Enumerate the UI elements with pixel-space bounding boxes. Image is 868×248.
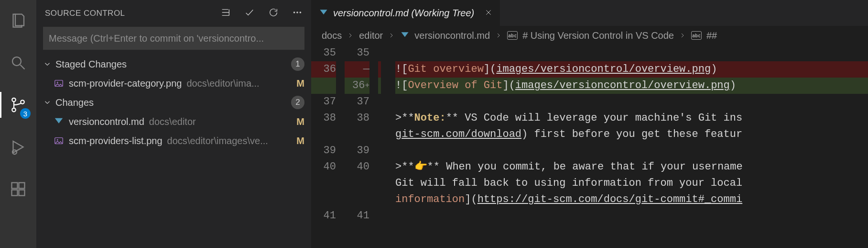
symbol-string-icon: abc [691,31,702,40]
svg-rect-5 [12,183,18,189]
more-actions-button[interactable] [292,7,303,20]
changes-header[interactable]: Changes 2 [36,93,311,112]
markdown-file-icon [319,8,328,18]
activity-extensions[interactable] [0,176,36,202]
image-file-icon [54,135,64,146]
gutter-original: 35 36 37 38 39 40 41 [311,45,345,248]
activity-bar: 3 [0,0,36,248]
commit-message-input[interactable]: Message (Ctrl+Enter to commit on 'versio… [43,27,304,50]
activity-run-debug[interactable] [0,134,36,160]
breadcrumb-segment[interactable]: editor [359,30,383,41]
file-name: scm-provider-category.png [69,78,182,89]
symbol-string-icon: abc [507,31,518,40]
svg-point-13 [57,82,58,83]
file-status: M [293,135,304,147]
close-icon [485,9,492,16]
activity-search[interactable] [0,50,36,76]
search-icon [10,54,27,71]
scm-badge: 3 [20,108,31,119]
chevron-right-icon [388,32,395,39]
staged-changes-header[interactable]: Staged Changes 1 [36,55,311,74]
staged-file-row[interactable]: scm-provider-category.png docs\editor\im… [36,74,311,93]
svg-point-0 [12,57,21,66]
breadcrumb-segment[interactable]: versioncontrol.md [414,30,490,41]
image-file-icon [54,78,64,89]
refresh-button[interactable] [268,7,279,20]
file-path: docs\editor [149,116,196,127]
svg-point-3 [21,100,24,104]
list-tree-icon [220,7,231,18]
file-path: docs\editor\images\ve... [167,135,268,147]
tab-label: versioncontrol.md (Working Tree) [333,8,474,19]
changes-file-row[interactable]: versioncontrol.md docs\editor M [36,112,311,131]
code-content[interactable]: ![Git overview](images/versioncontrol/ov… [383,45,868,248]
activity-explorer[interactable] [0,8,36,34]
file-path: docs\editor\ima... [186,78,259,89]
file-status: M [293,116,304,127]
gutter-modified: 35 — 36+ 37 38 39 40 41 [345,45,378,248]
svg-rect-8 [19,183,25,189]
editor-tab[interactable]: versioncontrol.md (Working Tree) [311,0,500,26]
panel-header: SOURCE CONTROL [36,0,311,27]
activity-source-control[interactable]: 3 [0,92,36,118]
chevron-right-icon [495,32,502,39]
svg-point-11 [300,11,302,13]
file-name: versioncontrol.md [69,116,144,127]
ellipsis-icon [292,7,303,18]
diff-editor[interactable]: 35 36 37 38 39 40 41 35 — 36+ 37 38 39 [311,45,868,248]
svg-point-2 [12,108,16,112]
commit-button[interactable] [244,7,255,20]
staged-changes-label: Staged Changes [55,59,287,70]
file-name: scm-providers-list.png [69,135,163,147]
breadcrumb-segment[interactable]: # Using Version Control in VS Code [522,30,674,41]
files-icon [10,12,27,29]
svg-point-10 [296,11,298,13]
svg-point-9 [293,11,295,13]
source-control-panel: SOURCE CONTROL Message (Ctrl+Enter to co… [36,0,311,248]
changes-file-row[interactable]: scm-providers-list.png docs\editor\image… [36,131,311,150]
breadcrumb-segment[interactable]: ## [706,30,717,41]
breadcrumb[interactable]: docs editor versioncontrol.md abc # Usin… [311,26,868,45]
staged-count-badge: 1 [291,57,304,71]
breadcrumb-segment[interactable]: docs [322,30,342,41]
check-icon [244,7,255,18]
changes-label: Changes [55,97,287,108]
editor-area: versioncontrol.md (Working Tree) docs ed… [311,0,868,248]
file-status: M [293,78,304,89]
changes-count-badge: 2 [291,96,304,109]
svg-rect-7 [19,190,25,196]
tab-close-button[interactable] [485,8,492,19]
markdown-file-icon [54,116,64,127]
chevron-down-icon [43,60,52,68]
refresh-icon [268,7,279,18]
svg-point-15 [57,139,58,141]
extensions-icon [10,180,27,198]
chevron-right-icon [347,32,354,39]
markdown-file-icon [400,31,410,40]
debug-icon [10,138,27,156]
svg-rect-6 [12,190,18,196]
chevron-right-icon [679,32,686,39]
view-as-tree-button[interactable] [220,7,231,20]
tab-bar: versioncontrol.md (Working Tree) [311,0,868,26]
svg-point-1 [12,98,16,102]
chevron-down-icon [43,98,52,107]
panel-actions [220,7,303,20]
panel-title: SOURCE CONTROL [45,9,220,18]
